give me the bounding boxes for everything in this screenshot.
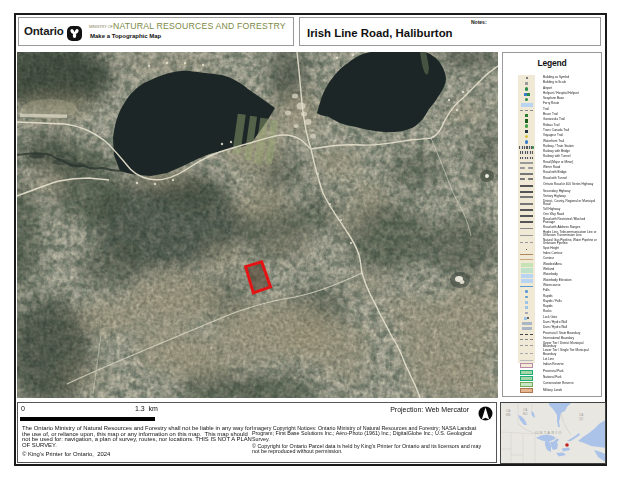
svg-text:ONTARIO: ONTARIO <box>535 430 563 435</box>
svg-text:NU: NU <box>523 412 527 416</box>
svg-text:MB: MB <box>506 413 511 417</box>
